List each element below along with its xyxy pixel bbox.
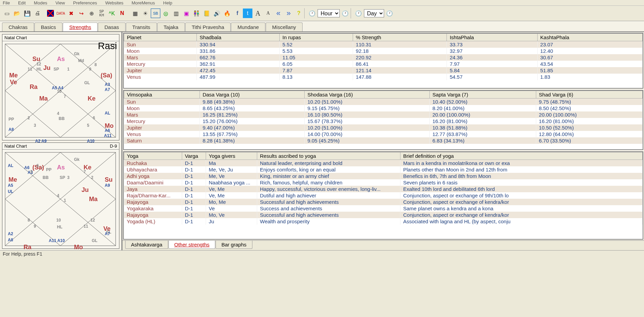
direction-icon[interactable]: ⊕: [87, 9, 96, 18]
table-row[interactable]: UbhayacharaD-1Me, Ve, JuEnjoys comforts,…: [124, 166, 643, 173]
font-small-icon[interactable]: A: [263, 9, 273, 18]
col-header[interactable]: IshtaPhala: [447, 34, 537, 41]
bottomtab-bar-graphs[interactable]: Bar graphs: [216, 241, 252, 249]
menu-edit[interactable]: Edit: [18, 0, 26, 5]
sb-icon[interactable]: SB: [151, 9, 160, 18]
col-header[interactable]: Brief definition of yoga: [400, 152, 643, 160]
next-double-icon[interactable]: »: [284, 9, 293, 18]
ak-icon[interactable]: ᴬK: [107, 9, 117, 18]
shadbala-table[interactable]: PlanetShadbalaIn rupas% StrengthIshtaPha…: [124, 33, 643, 80]
menu-websites[interactable]: Websites: [105, 0, 123, 5]
table-row[interactable]: Jupiter472.457.87121.145.8451.85: [124, 67, 643, 74]
time-unit-2-select[interactable]: Day: [364, 9, 384, 17]
col-header[interactable]: Shodasa Varga (16): [305, 91, 429, 99]
table-row[interactable]: Yogada (HL)D-1JuWealth and prosperityAss…: [124, 218, 643, 225]
yogas-table[interactable]: YogaVargaYoga giversResults ascribed to …: [124, 152, 643, 225]
save-icon[interactable]: 💾: [23, 9, 32, 18]
table-row[interactable]: Mars662.7611.05220.9224.3630.67: [124, 54, 643, 61]
clock-prev-2-icon[interactable]: 🕐: [354, 9, 363, 18]
menu-modes[interactable]: Modes: [34, 0, 47, 5]
col-header[interactable]: Shad Varga (6): [536, 91, 642, 99]
data-icon[interactable]: DATA: [56, 9, 65, 18]
table-row[interactable]: Saturn8.28 (41.38%)9.05 (45.25%)6.83 (34…: [124, 137, 643, 144]
table-row[interactable]: Mars16.25 (81.25%)16.10 (80.50%)20.00 (1…: [124, 111, 643, 118]
vimsopaka-table[interactable]: VimsopakaDasa Varga (10)Shodasa Varga (1…: [124, 91, 643, 144]
target-icon[interactable]: ◎: [161, 9, 171, 18]
table-row[interactable]: Sun330.945.52110.3133.7323.07: [124, 41, 643, 48]
menu-file[interactable]: File: [3, 0, 10, 5]
col-header[interactable]: Vimsopaka: [124, 91, 200, 99]
col-header[interactable]: KashtaPhala: [537, 34, 642, 41]
speaker-icon[interactable]: 🔊: [212, 9, 222, 18]
clear-icon[interactable]: ✖: [66, 9, 76, 18]
sp-kh-icon[interactable]: SPKH: [97, 9, 106, 18]
menu-view[interactable]: View: [55, 0, 65, 5]
people-icon[interactable]: 👫: [192, 9, 201, 18]
chart-d9[interactable]: Natal ChartD-9 (Sa)AsKeMeSuJuMaVeRaMoGkP…: [2, 142, 119, 249]
open-file-icon[interactable]: 📂: [12, 9, 22, 18]
table-row[interactable]: Venus487.998.13147.8854.571.83: [124, 74, 643, 80]
col-header[interactable]: Results ascribed to yoga: [257, 152, 400, 160]
clock-next-2-icon[interactable]: 🕐: [385, 9, 394, 18]
table-row[interactable]: JayaD-1Ve, MeHappy, successful, victorio…: [124, 186, 643, 192]
font-large-icon[interactable]: A: [253, 9, 263, 18]
sun-icon[interactable]: ☀: [141, 9, 150, 18]
table-row[interactable]: Mercury362.916.0586.417.9743.54: [124, 61, 643, 67]
table-row[interactable]: RuchakaD-1MaNatural leader, enterprising…: [124, 160, 643, 167]
tab-basics[interactable]: Basics: [34, 22, 62, 31]
tab-tithi-pravesha[interactable]: Tithi Pravesha: [185, 22, 231, 31]
table-row[interactable]: Venus13.55 (67.75%)14.00 (70.00%)12.77 (…: [124, 131, 643, 137]
col-header[interactable]: Varga: [182, 152, 206, 160]
col-header[interactable]: Yoga givers: [206, 152, 257, 160]
col-header[interactable]: % Strength: [353, 34, 447, 41]
menu-preferences[interactable]: Preferences: [73, 0, 97, 5]
menu-help[interactable]: Help: [163, 0, 172, 5]
table-row[interactable]: YogakarakaD-1VeSuccess and achievementsS…: [124, 205, 643, 212]
col-header[interactable]: Planet: [124, 34, 197, 41]
grid-icon[interactable]: ▦: [130, 9, 140, 18]
table-row[interactable]: Raja/Dharma-Kar...D-1Ve, MeDutiful and h…: [124, 192, 643, 199]
facebook-icon[interactable]: f: [233, 9, 242, 18]
table-row[interactable]: RajayogaD-1Mo, MeSuccessful and high ach…: [124, 199, 643, 205]
bottomtab-other-strengths[interactable]: Other strengths: [169, 241, 215, 249]
fire-icon[interactable]: 🔥: [222, 9, 232, 18]
prev-double-icon[interactable]: «: [274, 9, 283, 18]
clock-next-icon[interactable]: 🕐: [340, 9, 350, 18]
menu-moremenus[interactable]: MoreMenus: [132, 0, 155, 5]
print-icon[interactable]: 🖨: [33, 9, 42, 18]
flag-icon[interactable]: [46, 9, 55, 18]
tab-tajaka[interactable]: Tajaka: [157, 22, 185, 31]
table-row[interactable]: Sun9.88 (49.38%)10.20 (51.00%)10.40 (52.…: [124, 99, 643, 105]
n-icon[interactable]: N: [117, 9, 127, 18]
col-header[interactable]: Shadbala: [197, 34, 280, 41]
new-file-icon[interactable]: ▭: [2, 9, 12, 18]
col-header[interactable]: Yoga: [124, 152, 182, 160]
table-row[interactable]: Jupiter9.40 (47.00%)10.20 (51.00%)10.38 …: [124, 124, 643, 131]
book-icon[interactable]: 📒: [202, 9, 211, 18]
calendar-icon[interactable]: ▥: [171, 9, 181, 18]
menubar: File Edit Modes View Preferences Website…: [0, 0, 644, 6]
chart-rasi[interactable]: Natal Chart Rasi SuAsJuMeVe(Sa)RaMaKeMoG…: [2, 34, 119, 140]
tab-miscellany[interactable]: Miscellany: [266, 22, 303, 31]
col-header[interactable]: Sapta Varga (7): [429, 91, 536, 99]
col-header[interactable]: Dasa Varga (10): [200, 91, 304, 99]
table-row[interactable]: Daama/DaaminiD-1Naabhasa yoga ...Rich, f…: [124, 179, 643, 186]
bottomtab-ashtakavarga[interactable]: Ashtakavarga: [125, 241, 168, 249]
help-icon[interactable]: ?: [294, 9, 304, 18]
table-row[interactable]: Moon331.865.5392.1832.9712.40: [124, 48, 643, 54]
clock-prev-icon[interactable]: 🕐: [307, 9, 317, 18]
tab-chakras[interactable]: Chakras: [2, 22, 34, 31]
tab-strengths[interactable]: Strengths: [63, 22, 98, 31]
b-box-icon[interactable]: ▣: [181, 9, 191, 18]
arrow-icon[interactable]: ↪: [76, 9, 86, 18]
tab-dasas[interactable]: Dasas: [98, 22, 126, 31]
time-unit-1-select[interactable]: Hour: [318, 9, 340, 17]
tab-transits[interactable]: Transits: [126, 22, 157, 31]
table-row[interactable]: RajayogaD-1Mo, VeSuccessful and high ach…: [124, 212, 643, 218]
table-row[interactable]: Mercury15.20 (76.00%)15.67 (78.37%)16.20…: [124, 118, 643, 124]
twitter-icon[interactable]: t: [243, 9, 252, 18]
table-row[interactable]: Moon8.65 (43.25%)9.15 (45.75%)8.20 (41.0…: [124, 105, 643, 111]
tab-mundane[interactable]: Mundane: [231, 22, 265, 31]
col-header[interactable]: In rupas: [280, 34, 353, 41]
table-row[interactable]: Adhi yogaD-1Me, VeKing, minister or an a…: [124, 173, 643, 179]
